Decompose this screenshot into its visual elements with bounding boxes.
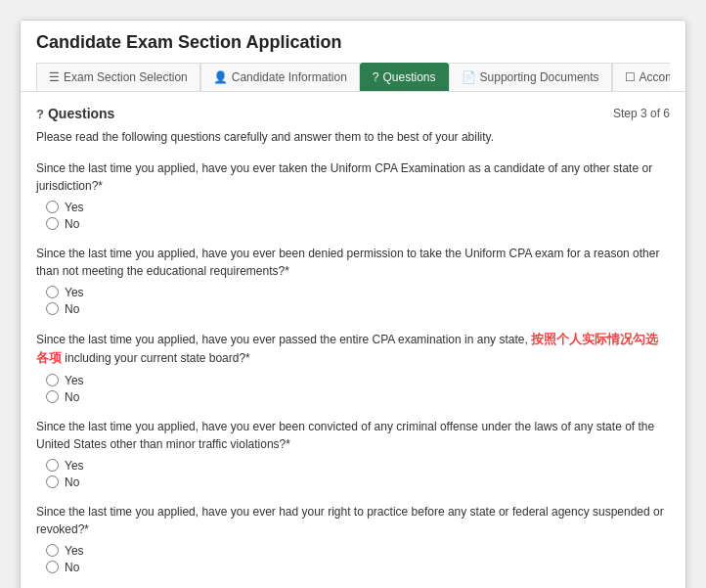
radio-group-2: YesNo [36, 286, 670, 316]
radio-input-yes-q5[interactable] [46, 544, 59, 557]
radio-option-no-q2[interactable]: No [46, 302, 670, 316]
radio-input-no-q4[interactable] [46, 475, 59, 488]
question-text-4: Since the last time you applied, have yo… [36, 418, 670, 453]
nav-tab-supporting-docs[interactable]: 📄Supporting Documents [449, 63, 612, 91]
nav-tab-exam-section[interactable]: ☰Exam Section Selection [36, 63, 200, 91]
radio-label-no-q2: No [65, 302, 79, 316]
nav-tab-accommodations[interactable]: ☐Accommodations [612, 63, 670, 91]
tab-label-supporting-docs: Supporting Documents [480, 70, 599, 84]
nav-tab-questions[interactable]: ?Questions [360, 63, 449, 91]
nav-tabs: ☰Exam Section Selection👤Candidate Inform… [36, 63, 670, 91]
questions-container: Since the last time you applied, have yo… [36, 159, 670, 588]
radio-label-no-q4: No [65, 475, 79, 489]
tab-label-exam-section: Exam Section Selection [64, 70, 188, 84]
radio-option-no-q4[interactable]: No [46, 475, 670, 489]
radio-input-no-q2[interactable] [46, 302, 59, 315]
radio-label-yes-q5: Yes [65, 544, 84, 558]
content-area: ? Questions Step 3 of 6 Please read the … [21, 92, 685, 588]
instructions-text: Please read the following questions care… [36, 129, 670, 146]
radio-option-yes-q3[interactable]: Yes [46, 374, 670, 387]
tab-icon-accommodations: ☐ [625, 70, 636, 84]
app-title: Candidate Exam Section Application [36, 32, 670, 53]
question-text-1: Since the last time you applied, have yo… [36, 159, 670, 195]
nav-tab-candidate-info[interactable]: 👤Candidate Information [200, 63, 360, 91]
radio-group-3: YesNo [36, 374, 670, 404]
radio-input-no-q5[interactable] [46, 561, 59, 573]
question-text-2: Since the last time you applied, have yo… [36, 245, 670, 280]
app-container: Candidate Exam Section Application ☰Exam… [20, 20, 686, 588]
radio-option-no-q3[interactable]: No [46, 390, 670, 404]
radio-group-1: YesNo [36, 201, 670, 231]
section-header: ? Questions Step 3 of 6 [36, 106, 670, 121]
question-block-3: Since the last time you applied, have yo… [36, 330, 670, 404]
question-block-1: Since the last time you applied, have yo… [36, 159, 670, 231]
step-indicator: Step 3 of 6 [613, 107, 670, 120]
radio-group-5: YesNo [36, 544, 670, 574]
radio-input-yes-q4[interactable] [46, 459, 59, 472]
radio-option-yes-q5[interactable]: Yes [46, 544, 670, 558]
radio-label-no-q1: No [65, 217, 79, 231]
question-block-2: Since the last time you applied, have yo… [36, 245, 670, 316]
tab-icon-questions: ? [373, 70, 379, 84]
question-text-5: Since the last time you applied, have yo… [36, 503, 670, 538]
tab-label-candidate-info: Candidate Information [232, 70, 347, 84]
radio-input-no-q1[interactable] [46, 217, 59, 230]
radio-label-yes-q4: Yes [65, 459, 84, 473]
radio-input-yes-q3[interactable] [46, 374, 59, 386]
app-header: Candidate Exam Section Application ☰Exam… [21, 21, 685, 92]
radio-option-yes-q4[interactable]: Yes [46, 459, 670, 473]
radio-input-no-q3[interactable] [46, 390, 59, 403]
radio-input-yes-q1[interactable] [46, 201, 59, 213]
tab-icon-exam-section: ☰ [49, 70, 60, 84]
radio-label-no-q5: No [65, 561, 79, 574]
question-text-3: Since the last time you applied, have yo… [36, 330, 670, 368]
question-block-5: Since the last time you applied, have yo… [36, 503, 670, 574]
tab-icon-candidate-info: 👤 [213, 70, 228, 84]
radio-group-4: YesNo [36, 459, 670, 489]
radio-input-yes-q2[interactable] [46, 286, 59, 298]
question-block-4: Since the last time you applied, have yo… [36, 418, 670, 489]
tab-label-accommodations: Accommodations [640, 70, 670, 84]
section-title-text: Questions [48, 106, 114, 121]
radio-option-yes-q1[interactable]: Yes [46, 201, 670, 214]
tab-label-questions: Questions [383, 70, 436, 84]
radio-option-no-q1[interactable]: No [46, 217, 670, 231]
radio-label-yes-q1: Yes [65, 201, 84, 214]
chinese-annotation: 按照个人实际情况勾选各项 [36, 332, 658, 366]
radio-label-no-q3: No [65, 390, 79, 404]
questions-icon: ? [36, 107, 44, 121]
radio-option-yes-q2[interactable]: Yes [46, 286, 670, 299]
radio-label-yes-q3: Yes [65, 374, 84, 387]
tab-icon-supporting-docs: 📄 [462, 70, 476, 84]
radio-label-yes-q2: Yes [65, 286, 84, 299]
radio-option-no-q5[interactable]: No [46, 561, 670, 574]
section-title: ? Questions [36, 106, 114, 121]
